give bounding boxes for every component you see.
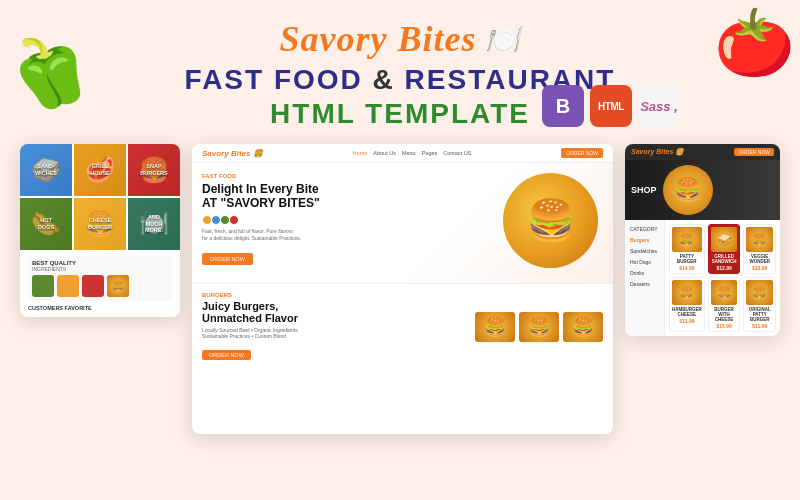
sidebar-hotdogs[interactable]: Hot Dogs — [628, 257, 661, 267]
page-header: Savory Bites 🍽️ FAST FOOD & RESTAURANT H… — [0, 0, 800, 138]
product-1-price: $14.99 — [672, 265, 702, 271]
tagline-line1: FAST FOOD & RESTAURANT — [0, 64, 800, 96]
site-logo: Savory Bites 🍔 — [202, 149, 263, 158]
hero-headline: Delight In Every Bite AT "SAVORY BITES" — [202, 182, 495, 211]
brand-icon: 🍽️ — [485, 23, 521, 56]
sidebar-burgers[interactable]: Burgers — [628, 235, 661, 245]
sandwiches-card[interactable]: 🥪 SAND-WICHES — [20, 144, 72, 196]
quality-sub: INGREDIENTS — [32, 266, 168, 272]
sandwiches-label: SAND-WICHES — [35, 163, 57, 176]
nav-cta-button[interactable]: ORDER NOW — [561, 148, 603, 158]
shop-sidebar: CATEGORY Burgers Sandwiches Hot Dogs Dri… — [625, 220, 665, 336]
section2-tag: BURGERS — [202, 292, 467, 298]
product-4-image: 🍔 — [672, 280, 702, 305]
product-6-image: 🍔 — [746, 280, 773, 305]
tagline-fast-food: FAST FOOD — [185, 64, 363, 95]
product-3-image: 🍔 — [746, 227, 773, 252]
site-nav-links: Home About Us Menu Pages Contact US — [353, 150, 472, 156]
nav-pages[interactable]: Pages — [422, 150, 438, 156]
avatar-4 — [229, 215, 239, 225]
shop-navbar: Savory Bites 🍔 ORDER NOW — [625, 144, 780, 160]
hero-tag: FAST FOOD — [202, 173, 495, 179]
ingredient-1 — [32, 275, 54, 297]
left-preview-bottom: BEST QUALITY INGREDIENTS 🍔 CUSTOMERS FAV… — [20, 250, 180, 317]
tagline-ampersand: & — [373, 64, 405, 95]
hero-text: FAST FOOD Delight In Every Bite AT "SAVO… — [202, 173, 495, 273]
previews-container: 🥪 SAND-WICHES 🥩 GRILLHOUSE 🍔 SNAPBURGERS… — [0, 144, 800, 434]
small-burger-3: 🍔 — [563, 312, 603, 342]
bootstrap-badge: B — [542, 85, 584, 127]
cheese-label: CHEESEBURGER — [88, 217, 112, 230]
hero-cta-button[interactable]: ORDER NOW — [202, 253, 253, 265]
product-1[interactable]: 🍔 PATTY BURGER $14.99 — [669, 224, 705, 274]
sass-badge: Sass , — [638, 85, 680, 127]
hero-burger-image: 🍔 — [503, 173, 603, 273]
product-4[interactable]: 🍔 HAMBURGER CHEESE $13.99 — [669, 277, 705, 332]
hero-avatars — [202, 215, 495, 225]
tagline-line2: HTML TEMPLATE — [0, 98, 800, 130]
shop-banner: SHOP 🍔 — [625, 160, 780, 220]
sass-label: Sass , — [640, 99, 678, 114]
ingredient-4: 🍔 — [107, 275, 129, 297]
products-container: 🍔 PATTY BURGER $14.99 🥪 GRILLED SANDWICH… — [669, 224, 776, 332]
product-6-price: $11.99 — [746, 323, 773, 329]
nav-about[interactable]: About Us — [373, 150, 396, 156]
nav-menu[interactable]: Menu — [402, 150, 416, 156]
product-6-name: ORIGINAL PATTY BURGER — [746, 307, 773, 322]
ingredient-3 — [82, 275, 104, 297]
product-5-image: 🍔 — [711, 280, 738, 305]
product-2[interactable]: 🥪 GRILLED SANDWICH $12.99 — [708, 224, 741, 274]
left-preview: 🥪 SAND-WICHES 🥩 GRILLHOUSE 🍔 SNAPBURGERS… — [20, 144, 180, 317]
nav-home[interactable]: Home — [353, 150, 368, 156]
snap-burgers-card[interactable]: 🍔 SNAPBURGERS — [128, 144, 180, 196]
product-4-price: $13.99 — [672, 318, 702, 324]
hotdogs-card[interactable]: 🌭 HOTDOGS — [20, 198, 72, 250]
hotdogs-label: HOTDOGS — [38, 217, 54, 230]
site-hero-section: FAST FOOD Delight In Every Bite AT "SAVO… — [192, 163, 613, 283]
grill-card[interactable]: 🥩 GRILLHOUSE — [74, 144, 126, 196]
ingredients-row: 🍔 — [32, 275, 168, 297]
product-3-name: VEGGIE WONDER — [746, 254, 773, 264]
customers-heading: CUSTOMERS FAVORITE — [28, 305, 172, 311]
product-5[interactable]: 🍔 BURGER WITH CHEESE $15.99 — [708, 277, 741, 332]
brand-name: Savory Bites — [280, 18, 477, 60]
hero-line2: AT "SAVORY BITES" — [202, 196, 320, 210]
shop-cta-button[interactable]: ORDER NOW — [734, 148, 774, 156]
shop-banner-text: SHOP — [631, 185, 657, 195]
more-label: ANDMUCHMORE. — [145, 214, 163, 234]
section2-headline: Juicy Burgers,Unmatched Flavor — [202, 300, 467, 324]
sidebar-drinks[interactable]: Drinks — [628, 268, 661, 278]
sidebar-sandwiches[interactable]: Sandwiches — [628, 246, 661, 256]
ingredient-2 — [57, 275, 79, 297]
product-5-name: BURGER WITH CHEESE — [711, 307, 738, 322]
quality-section: BEST QUALITY INGREDIENTS 🍔 — [28, 256, 172, 301]
section2-description: Locally-Sourced Beef • Organic Ingredien… — [202, 327, 467, 339]
shop-content: CATEGORY Burgers Sandwiches Hot Dogs Dri… — [625, 220, 780, 336]
cheese-burger-card[interactable]: 🍔 CHEESEBURGER — [74, 198, 126, 250]
tech-badges: B HTML Sass , — [542, 85, 680, 127]
product-2-price: $12.99 — [711, 265, 738, 271]
shop-logo: Savory Bites 🍔 — [631, 148, 684, 156]
product-3[interactable]: 🍔 VEGGIE WONDER $10.99 — [743, 224, 776, 274]
product-1-name: PATTY BURGER — [672, 254, 702, 264]
right-preview: Savory Bites 🍔 ORDER NOW SHOP 🍔 CATEGORY… — [625, 144, 780, 336]
snap-label: SNAPBURGERS — [140, 163, 168, 176]
html-badge: HTML — [590, 85, 632, 127]
nav-contact[interactable]: Contact US — [443, 150, 471, 156]
more-card[interactable]: 🍽️ ANDMUCHMORE. — [128, 198, 180, 250]
product-2-name: GRILLED SANDWICH — [711, 254, 738, 264]
product-5-price: $15.99 — [711, 323, 738, 329]
html-label: HTML — [598, 101, 624, 112]
grill-label: GRILLHOUSE — [90, 163, 110, 176]
product-3-price: $10.99 — [746, 265, 773, 271]
product-4-name: HAMBURGER CHEESE — [672, 307, 702, 317]
brand-title: Savory Bites 🍽️ — [280, 18, 521, 60]
sidebar-desserts[interactable]: Desserts — [628, 279, 661, 289]
product-6[interactable]: 🍔 ORIGINAL PATTY BURGER $11.99 — [743, 277, 776, 332]
section2-burger-images: 🍔 🍔 🍔 — [475, 312, 603, 342]
small-burger-1: 🍔 — [475, 312, 515, 342]
hero-description: Fast, fresh, and full of flavor. Pure fl… — [202, 228, 495, 242]
product-1-image: 🍔 — [672, 227, 702, 252]
small-burger-2: 🍔 — [519, 312, 559, 342]
section2-cta-button[interactable]: ORDER NOW — [202, 350, 251, 360]
